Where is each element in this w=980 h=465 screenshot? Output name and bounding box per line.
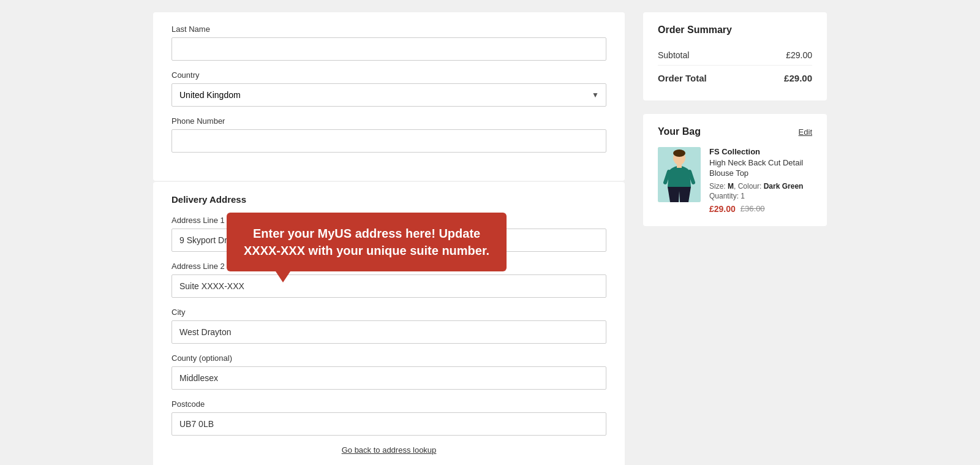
quantity-label: Quantity: (709, 192, 741, 200)
product-quantity: Quantity: 1 (709, 192, 812, 200)
country-label: Country (172, 70, 606, 80)
subtotal-value: £29.00 (786, 50, 812, 60)
tooltip-text: Enter your MyUS address here! UpdateXXXX… (244, 227, 489, 257)
colour-label: , Colour: (734, 182, 764, 191)
svg-rect-3 (677, 164, 682, 168)
country-select[interactable]: United Kingdom United States Australia C… (172, 83, 606, 107)
country-select-wrapper: United Kingdom United States Australia C… (172, 83, 606, 107)
size-value: M (728, 182, 734, 191)
edit-bag-link[interactable]: Edit (799, 127, 812, 137)
product-name: High Neck Back Cut Detail Blouse Top (709, 158, 812, 179)
delivery-section-title: Delivery Address (172, 194, 606, 205)
go-back-link[interactable]: Go back to address lookup (172, 445, 606, 455)
your-bag-header: Your Bag Edit (658, 126, 812, 137)
postcode-group: Postcode (172, 399, 606, 436)
order-summary-title: Order Summary (658, 25, 812, 36)
svg-point-2 (673, 149, 685, 157)
city-group: City (172, 308, 606, 344)
last-name-group: Last Name (172, 25, 606, 61)
last-name-label: Last Name (172, 25, 606, 34)
size-label: Size: (709, 182, 728, 191)
your-bag-title: Your Bag (658, 126, 701, 137)
city-label: City (172, 308, 606, 317)
colour-value: Dark Green (764, 182, 804, 191)
order-total-label: Order Total (658, 73, 707, 83)
address2-input[interactable] (172, 274, 606, 298)
phone-group: Phone Number (172, 116, 606, 153)
postcode-input[interactable] (172, 412, 606, 436)
city-input[interactable] (172, 320, 606, 344)
phone-input[interactable] (172, 129, 606, 153)
delivery-section: Enter your MyUS address here! UpdateXXXX… (153, 182, 625, 465)
subtotal-label: Subtotal (658, 50, 689, 60)
county-label: County (optional) (172, 353, 606, 363)
subtotal-row: Subtotal £29.00 (658, 45, 812, 66)
county-group: County (optional) (172, 353, 606, 390)
top-form-section: Last Name Country United Kingdom United … (153, 12, 625, 181)
product-price: £29.00 £36.00 (709, 204, 812, 214)
country-group: Country United Kingdom United States Aus… (172, 70, 606, 107)
postcode-label: Postcode (172, 399, 606, 409)
quantity-value: 1 (741, 192, 745, 200)
product-image (658, 147, 701, 202)
last-name-input[interactable] (172, 37, 606, 61)
product-item: FS Collection High Neck Back Cut Detail … (658, 147, 812, 214)
product-brand: FS Collection (709, 147, 812, 156)
price-sale: £29.00 (709, 204, 736, 214)
product-info: FS Collection High Neck Back Cut Detail … (709, 147, 812, 214)
order-total-row: Order Total £29.00 (658, 66, 812, 88)
price-original: £36.00 (741, 204, 765, 213)
county-input[interactable] (172, 366, 606, 390)
your-bag-section: Your Bag Edit (643, 114, 827, 226)
myus-tooltip: Enter your MyUS address here! UpdateXXXX… (227, 213, 507, 271)
phone-label: Phone Number (172, 116, 606, 126)
left-column: Last Name Country United Kingdom United … (153, 12, 625, 465)
right-column: Order Summary Subtotal £29.00 Order Tota… (643, 12, 827, 226)
order-total-value: £29.00 (784, 73, 812, 83)
product-size: Size: M, Colour: Dark Green (709, 182, 812, 191)
order-summary-section: Order Summary Subtotal £29.00 Order Tota… (643, 12, 827, 100)
